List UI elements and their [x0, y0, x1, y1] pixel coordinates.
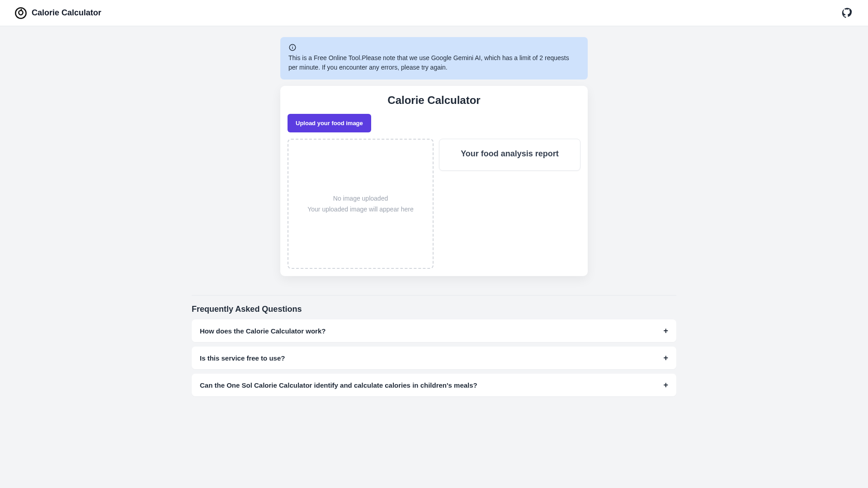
faq-question: How does the Calorie Calculator work?	[200, 327, 326, 335]
github-link[interactable]	[841, 7, 854, 19]
dropzone-secondary-text: Your uploaded image will appear here	[307, 206, 414, 213]
apple-logo-icon	[14, 7, 27, 19]
app-header: Calorie Calculator	[0, 0, 868, 26]
faq-heading: Frequently Asked Questions	[192, 305, 676, 314]
plus-icon: +	[663, 381, 668, 389]
calculator-card: Calorie Calculator Upload your food imag…	[280, 86, 588, 276]
info-banner: This is a Free Online Tool.Please note t…	[280, 37, 588, 80]
report-title: Your food analysis report	[447, 149, 573, 159]
faq-item-free[interactable]: Is this service free to use? +	[192, 347, 676, 369]
page-title: Calorie Calculator	[288, 94, 580, 107]
faq-item-how-works[interactable]: How does the Calorie Calculator work? +	[192, 319, 676, 342]
plus-icon: +	[663, 354, 668, 362]
plus-icon: +	[663, 327, 668, 335]
image-dropzone[interactable]: No image uploaded Your uploaded image wi…	[288, 139, 434, 269]
faq-item-childrens-meals[interactable]: Can the One Sol Calorie Calculator ident…	[192, 374, 676, 396]
github-icon	[842, 8, 853, 19]
analysis-report-card: Your food analysis report	[439, 139, 580, 171]
faq-question: Can the One Sol Calorie Calculator ident…	[200, 381, 477, 389]
svg-point-3	[292, 46, 293, 47]
dropzone-primary-text: No image uploaded	[333, 195, 388, 202]
faq-question: Is this service free to use?	[200, 354, 285, 362]
upload-button[interactable]: Upload your food image	[288, 114, 371, 132]
page-content: This is a Free Online Tool.Please note t…	[192, 37, 676, 396]
main-column: This is a Free Online Tool.Please note t…	[280, 37, 588, 276]
faq-section: Frequently Asked Questions How does the …	[192, 295, 676, 396]
panels-row: No image uploaded Your uploaded image wi…	[288, 139, 580, 269]
info-icon	[288, 43, 297, 52]
info-banner-text: This is a Free Online Tool.Please note t…	[288, 53, 580, 72]
brand-name: Calorie Calculator	[32, 8, 101, 18]
brand-block[interactable]: Calorie Calculator	[14, 7, 101, 19]
